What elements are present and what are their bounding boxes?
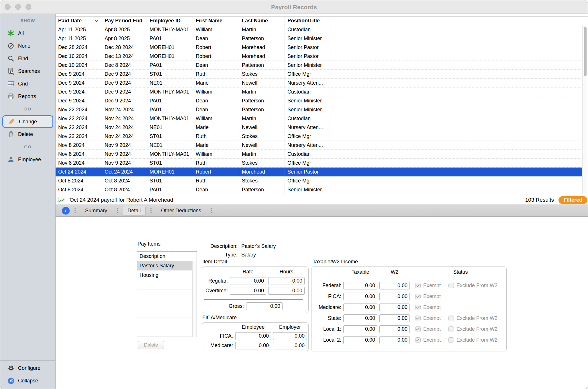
table-cell: Oct 8 2024 [102, 176, 147, 185]
table-row-filler [330, 70, 588, 78]
exempt-checkbox[interactable] [415, 337, 421, 343]
medicare-employer-input[interactable]: 0.00 [273, 342, 307, 349]
table-row[interactable]: Dec 28 2024Dec 28 2024MOREH01RobertMoreh… [56, 43, 588, 52]
sidebar-item-label: All [18, 30, 24, 36]
column-header-position-title[interactable]: Position/Title [285, 17, 330, 25]
table-cell: William [193, 25, 239, 34]
gross-input[interactable]: 0.00 [246, 302, 283, 310]
regular-hours-input[interactable]: 0.00 [268, 277, 305, 285]
tax-row-label: State: [311, 314, 341, 322]
table-row[interactable]: Nov 8 2024Nov 9 2024NE01MarieNewellNurse… [56, 141, 588, 150]
sidebar-item-none[interactable]: None [0, 40, 55, 52]
w2-input[interactable]: 0.00 [379, 325, 410, 333]
scrollbar-thumb[interactable] [584, 27, 587, 76]
taxable-input[interactable]: 0.00 [343, 282, 377, 289]
sidebar-item-label: Change [19, 119, 37, 125]
table-scrollbar[interactable] [582, 26, 588, 194]
column-header-employee-id[interactable]: Employee ID [147, 17, 193, 25]
table-row[interactable]: Dec 9 2024Dec 9 2024ST01RuthStokesOffice… [56, 70, 588, 79]
sidebar-item-employee[interactable]: Employee [0, 153, 55, 166]
exclude-from-w2-checkbox[interactable] [448, 316, 454, 321]
exclude-from-w2-checkbox[interactable] [448, 337, 454, 343]
exempt-label: Exempt [423, 314, 441, 322]
sidebar-item-label: Searches [18, 68, 40, 74]
table-cell: Custodian [285, 150, 330, 158]
column-header-first-name[interactable]: First Name [193, 17, 239, 25]
sidebar-item-change[interactable]: Change [2, 115, 53, 128]
table-row[interactable]: Apr 11 2025Apr 8 2025MONTHLY-MA01William… [56, 25, 588, 34]
table-row[interactable]: Nov 8 2024Nov 9 2024MONTHLY-MA01WilliamM… [56, 150, 588, 159]
pay-items-column-header[interactable]: Description [137, 252, 197, 261]
table-row[interactable]: Apr 11 2025Apr 8 2025PA01DeanPattersonSe… [56, 34, 588, 43]
overtime-hours-input[interactable]: 0.00 [268, 287, 305, 295]
medicare-employee-input[interactable]: 0.00 [235, 342, 271, 349]
table-row[interactable]: Oct 24 2024Oct 24 2024MOREH01RobertMoreh… [56, 168, 588, 176]
sidebar-item-searches[interactable]: Searches [0, 65, 55, 77]
taxable-input[interactable]: 0.00 [343, 336, 377, 344]
taxable-input[interactable]: 0.00 [343, 325, 377, 333]
table-row[interactable]: Dec 9 2024Dec 9 2024PA01DeanPattersonSen… [56, 96, 588, 105]
exempt-checkbox[interactable] [415, 294, 421, 299]
table-cell: Dec 9 2024 [102, 79, 147, 87]
taxable-input[interactable]: 0.00 [343, 314, 377, 322]
tax-row-medicare: Medicare:0.000.00Exempt [311, 304, 506, 311]
table-row[interactable]: Oct 8 2024Oct 8 2024ST01RuthStokesOffice… [56, 176, 588, 185]
table-cell: Oct 8 2024 [102, 185, 147, 194]
table-row[interactable]: Dec 16 2024Dec 13 2024MOREH01RobertMoreh… [56, 52, 588, 61]
tab-detail[interactable]: Detail [123, 206, 146, 216]
w2-input[interactable]: 0.00 [379, 336, 410, 344]
table-row[interactable]: Nov 8 2024Nov 9 2024ST01RuthStokesOffice… [56, 159, 588, 168]
exclude-from-w2-checkbox[interactable] [448, 326, 454, 332]
table-cell: ST01 [147, 176, 193, 185]
table-cell: Ruth [193, 159, 239, 167]
w2-input[interactable]: 0.00 [379, 304, 410, 311]
table-row[interactable]: Nov 22 2024Nov 24 2024NE01MarieNewellNur… [56, 123, 588, 132]
exempt-checkbox[interactable] [415, 283, 421, 288]
table-cell: Dec 8 2024 [102, 61, 147, 69]
table-cell: MOREH01 [147, 43, 193, 52]
table-cell: Custodian [285, 25, 330, 34]
tab-summary[interactable]: Summary [81, 206, 112, 215]
tab-other-deductions[interactable]: Other Deductions [156, 206, 206, 215]
taxable-input[interactable]: 0.00 [343, 304, 377, 311]
table-row[interactable]: Dec 9 2024Dec 9 2024MONTHLY-MA01WilliamM… [56, 87, 588, 96]
fica-employee-input[interactable]: 0.00 [235, 332, 271, 340]
table-row[interactable]: Dec 9 2024Dec 9 2024NE01MarieNewellNurse… [56, 79, 588, 87]
sidebar-item-find[interactable]: Find [0, 52, 55, 65]
regular-rate-input[interactable]: 0.00 [230, 277, 266, 285]
info-icon[interactable]: i [62, 207, 70, 215]
pay-items-scrollbar[interactable] [192, 261, 197, 337]
filtered-badge[interactable]: Filtered [558, 196, 587, 204]
table-cell: Martin [239, 87, 285, 96]
column-header-last-name[interactable]: Last Name [239, 17, 285, 25]
sidebar-item-all[interactable]: All [0, 27, 55, 40]
pay-item-row[interactable]: Housing [137, 271, 197, 280]
exempt-checkbox[interactable] [415, 305, 421, 310]
sidebar-item-delete[interactable]: Delete [0, 128, 55, 141]
pay-item-row[interactable]: Pastor's Salary [137, 261, 197, 271]
sidebar-item-collapse[interactable]: Collapse [0, 374, 55, 387]
table-row[interactable]: Nov 22 2024Nov 24 2024ST01RuthStokesOffi… [56, 132, 588, 141]
exempt-checkbox[interactable] [415, 316, 421, 321]
table-row[interactable]: Nov 22 2024Nov 24 2024PA01DeanPattersonS… [56, 105, 588, 114]
fica-employer-input[interactable]: 0.00 [273, 332, 307, 340]
sidebar-item-configure[interactable]: Configure [0, 362, 55, 374]
overtime-rate-input[interactable]: 0.00 [230, 287, 266, 295]
w2-input[interactable]: 0.00 [379, 314, 410, 322]
sidebar-item-reports[interactable]: Reports [0, 90, 55, 103]
w2-input[interactable]: 0.00 [379, 293, 410, 300]
table-row[interactable]: Nov 22 2024Nov 24 2024MONTHLY-MA01Willia… [56, 114, 588, 123]
sidebar-item-grid[interactable]: Grid [0, 77, 55, 90]
column-header-paid-date[interactable]: Paid Date [56, 17, 102, 25]
table-row[interactable]: Dec 10 2024Dec 8 2024PA01DeanPattersonSe… [56, 61, 588, 70]
exclude-from-w2-checkbox[interactable] [448, 283, 454, 288]
column-header-pay-period-end[interactable]: Pay Period End [102, 17, 147, 25]
pay-items-title: Pay Items [138, 241, 160, 247]
hours-column-header: Hours [268, 269, 305, 275]
pay-item-delete-button[interactable]: Delete [138, 341, 164, 349]
w2-input[interactable]: 0.00 [379, 282, 410, 289]
exempt-checkbox[interactable] [415, 326, 421, 332]
taxable-input[interactable]: 0.00 [343, 293, 377, 300]
regular-row: Regular: 0.00 0.00 [202, 277, 308, 285]
table-row[interactable]: Oct 8 2024Oct 8 2024PA01DeanPattersonSen… [56, 185, 588, 194]
